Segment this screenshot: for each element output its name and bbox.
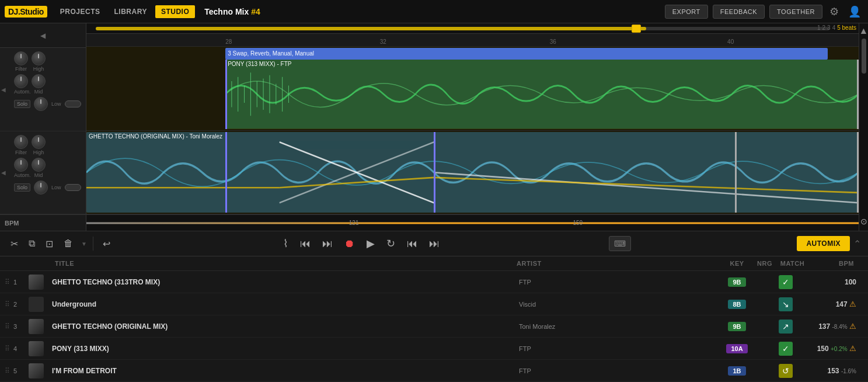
trim-handle-1-right[interactable] bbox=[857, 60, 859, 129]
mid-knob-1[interactable] bbox=[32, 74, 46, 88]
paste-button[interactable]: ⊡ bbox=[42, 236, 57, 252]
solo-button-1[interactable]: Solo bbox=[14, 100, 30, 108]
filter-knob-2[interactable] bbox=[14, 135, 28, 149]
bpm-value-5: 153 bbox=[828, 367, 839, 375]
key-badge-4: 10A bbox=[726, 344, 747, 353]
low-knob-1[interactable] bbox=[34, 97, 48, 111]
vinyl-icon[interactable]: ⊙ bbox=[860, 217, 867, 226]
transition-clip-1[interactable]: 3 Swap, Reverb, Manual, Manual bbox=[225, 48, 828, 60]
automix-button[interactable]: AUTOMIX bbox=[797, 236, 850, 251]
top-right-actions: EXPORT FEEDBACK TOGETHER ⚙ 👤 bbox=[665, 4, 863, 19]
track-list-row-3[interactable]: ⠿ 3 GHETTO TECHNO (ORIGINAL MIX) Toni Mo… bbox=[0, 315, 868, 338]
bpm-value-4: 150 bbox=[817, 345, 829, 353]
prev-track-button[interactable]: ⏮ bbox=[403, 235, 421, 252]
track-list-row-5[interactable]: ⠿ 5 I'M FROM DETROIT FTP 1B ↺ 153 -1.6% bbox=[0, 360, 868, 382]
right-scrollbar[interactable]: ▲ ⊙ bbox=[859, 23, 868, 231]
collapse-track-2-button[interactable]: ◀ bbox=[1, 169, 6, 176]
track-1: 3 Swap, Reverb, Manual, Manual PONY (313… bbox=[86, 47, 859, 131]
high-knob-1[interactable] bbox=[32, 51, 46, 65]
scroll-thumb[interactable] bbox=[862, 39, 866, 74]
autom-knob-1[interactable] bbox=[14, 74, 28, 88]
trim-handle-1-left[interactable] bbox=[225, 60, 227, 129]
transport-controls: ⌇ ⏮ ⏭ ⏺ ▶ ↻ ⏮ ⏭ bbox=[280, 235, 443, 252]
fast-forward-button[interactable]: ⏭ bbox=[319, 235, 336, 252]
key-badge-1: 9B bbox=[728, 277, 745, 287]
transition-marker-2[interactable] bbox=[225, 132, 227, 213]
together-button[interactable]: TOGETHER bbox=[769, 5, 822, 19]
scrubber-bar[interactable]: 1 2 3 4 5 beats bbox=[86, 23, 859, 34]
low-knob-2[interactable] bbox=[34, 180, 48, 195]
beat-1[interactable]: 1 bbox=[817, 25, 821, 31]
export-button[interactable]: EXPORT bbox=[665, 5, 708, 19]
collapse-track-1-button[interactable]: ◀ bbox=[1, 86, 6, 92]
match-icon-2: ↘ bbox=[779, 297, 793, 311]
match-cell-2: ↘ bbox=[779, 297, 811, 311]
transition-end-marker-2[interactable] bbox=[434, 132, 435, 213]
mid-label-2: Mid bbox=[32, 172, 46, 178]
warning-icon-3: ⚠ bbox=[849, 322, 856, 331]
feedback-button[interactable]: FEEDBACK bbox=[713, 5, 765, 19]
row-num-4: 4 bbox=[13, 345, 24, 352]
drag-handle-1[interactable]: ⠿ bbox=[5, 278, 10, 286]
play-button[interactable]: ▶ bbox=[363, 235, 378, 252]
key-badge-2: 8B bbox=[728, 300, 745, 309]
track-list-row-2[interactable]: ⠿ 2 Underground Viscid 8B ↘ 147 ⚠ bbox=[0, 293, 868, 315]
bpm-cell-5: 153 -1.6% bbox=[811, 367, 863, 375]
drag-handle-3[interactable]: ⠿ bbox=[5, 322, 10, 331]
toolbar-separator-1 bbox=[93, 237, 93, 251]
autom-label-2: Autom. bbox=[14, 172, 28, 178]
delete-button[interactable]: 🗑 bbox=[60, 236, 76, 251]
end-trim-2[interactable] bbox=[735, 132, 737, 213]
thumb-1 bbox=[29, 275, 44, 290]
metronome-button[interactable]: ⌇ bbox=[280, 235, 292, 252]
rewind-button[interactable]: ⏮ bbox=[297, 235, 314, 252]
drag-handle-5[interactable]: ⠿ bbox=[5, 367, 10, 375]
beat-3[interactable]: 3 bbox=[827, 25, 831, 31]
settings-icon[interactable]: ⚙ bbox=[827, 4, 841, 19]
undo-button[interactable]: ↩ bbox=[99, 236, 114, 252]
beat-5[interactable]: 5 beats bbox=[837, 25, 856, 31]
beat-4[interactable]: 4 bbox=[832, 25, 836, 31]
solo-button-2[interactable]: Solo bbox=[14, 183, 30, 192]
drag-handle-4[interactable]: ⠿ bbox=[5, 345, 10, 353]
keyboard-button[interactable]: ⌨ bbox=[609, 236, 631, 251]
high-label-2: High bbox=[32, 150, 46, 155]
low-label-2: Low bbox=[51, 185, 61, 190]
bpm-diff-5: -1.6% bbox=[841, 368, 856, 374]
next-track-button[interactable]: ⏭ bbox=[426, 235, 443, 252]
match-col-header: MATCH bbox=[776, 260, 808, 267]
scrubber-handle[interactable] bbox=[632, 25, 641, 33]
copy-button[interactable]: ⧉ bbox=[25, 236, 39, 251]
scroll-up-icon[interactable]: ▲ bbox=[859, 26, 868, 36]
drag-handle-2[interactable]: ⠿ bbox=[5, 300, 10, 308]
toggle-2[interactable] bbox=[65, 184, 81, 191]
nav-library[interactable]: LIBRARY bbox=[109, 5, 153, 18]
audio-clip-1[interactable]: PONY (313 MIXX) - FTP bbox=[225, 60, 859, 129]
audio-clip-2[interactable]: GHETTO TECHNO (ORIGINAL MIX) - Toni Mora… bbox=[86, 132, 859, 213]
trim-handle-2-right[interactable] bbox=[857, 132, 859, 213]
project-title: Techno Mix #4 bbox=[204, 7, 260, 16]
beat-2[interactable]: 2 bbox=[822, 25, 826, 31]
cut-button[interactable]: ✂ bbox=[7, 236, 22, 252]
filter-knob-1[interactable] bbox=[14, 51, 28, 65]
row-num-1: 1 bbox=[13, 279, 24, 286]
collapse-bottom-button[interactable]: ⌃ bbox=[853, 238, 861, 249]
key-cell-1: 9B bbox=[723, 278, 755, 286]
user-icon[interactable]: 👤 bbox=[846, 4, 863, 19]
timeline-ruler: 28 32 36 40 bbox=[86, 34, 859, 47]
title-col-header: TITLE bbox=[51, 260, 517, 267]
record-button[interactable]: ⏺ bbox=[341, 235, 358, 252]
loop-button[interactable]: ↻ bbox=[383, 235, 399, 252]
track-list-row-1[interactable]: ⠿ 1 GHETTO TECHNO (313TRO MIX) FTP 9B ✓ … bbox=[0, 271, 868, 293]
timeline-wrapper: ◀ ◀ Filter High Autom. bbox=[0, 23, 868, 231]
nav-studio[interactable]: STUDIO bbox=[155, 5, 195, 18]
nav-projects[interactable]: PROJECTS bbox=[54, 5, 106, 18]
collapse-left-button[interactable]: ◀ bbox=[40, 32, 46, 40]
high-knob-2[interactable] bbox=[32, 135, 46, 149]
track-list-header: TITLE ARTIST KEY NRG MATCH BPM bbox=[0, 256, 868, 271]
autom-knob-2[interactable] bbox=[14, 158, 28, 172]
toggle-1[interactable] bbox=[65, 100, 81, 107]
mid-knob-2[interactable] bbox=[32, 158, 46, 172]
track-list-row-4[interactable]: ⠿ 4 PONY (313 MIXX) FTP 10A ✓ 150 +0.2% … bbox=[0, 338, 868, 360]
scrubber-progress bbox=[96, 27, 646, 30]
